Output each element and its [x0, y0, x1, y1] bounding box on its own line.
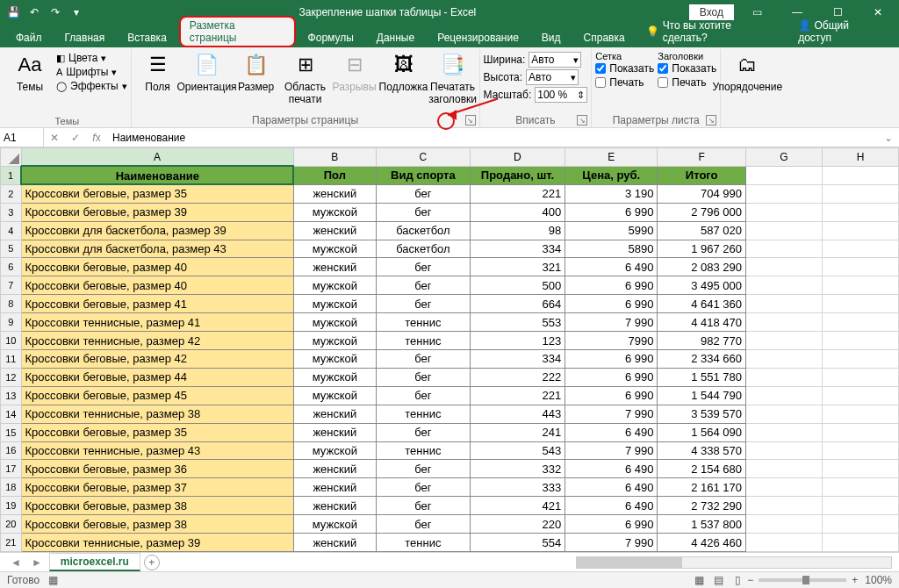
- cell-gender[interactable]: женский: [293, 184, 376, 203]
- cell-total[interactable]: 2 083 290: [658, 258, 746, 276]
- row-header-18[interactable]: 18: [1, 478, 22, 497]
- zoom-level[interactable]: 100%: [865, 574, 892, 586]
- cell-sport[interactable]: бег: [377, 203, 471, 221]
- orientation-button[interactable]: 📄Ориентация: [184, 51, 230, 93]
- row-header-21[interactable]: 21: [1, 534, 22, 552]
- cell-sport[interactable]: теннис: [377, 313, 471, 332]
- margins-button[interactable]: ☰Поля: [135, 51, 181, 93]
- cell-sport[interactable]: бег: [377, 386, 471, 405]
- cell-sold[interactable]: 241: [470, 423, 565, 441]
- cell-price[interactable]: 7 990: [565, 313, 658, 332]
- cell-sold[interactable]: 221: [470, 386, 565, 405]
- cell-sport[interactable]: теннис: [377, 405, 471, 423]
- print-area-button[interactable]: ⊞Область печати: [283, 51, 328, 105]
- cell-gender[interactable]: женский: [293, 405, 376, 423]
- cell-sold[interactable]: 123: [470, 332, 565, 350]
- redo-icon[interactable]: ↷: [46, 3, 65, 22]
- row-header-6[interactable]: 6: [1, 258, 22, 276]
- sheet-nav-prev[interactable]: ◄: [7, 556, 25, 569]
- cell-sold[interactable]: 334: [470, 240, 565, 258]
- cell-name[interactable]: Кроссовки для баскетбола, размер 39: [21, 221, 293, 240]
- background-button[interactable]: 🖼Подложка: [381, 51, 427, 93]
- cell-name[interactable]: Кроссовки теннисные, размер 38: [21, 405, 293, 423]
- name-box[interactable]: [0, 128, 44, 147]
- cell-price[interactable]: 6 990: [565, 349, 658, 368]
- cell-name[interactable]: Кроссовки теннисные, размер 42: [21, 332, 293, 350]
- cell-gender[interactable]: женский: [293, 534, 376, 552]
- arrange-button[interactable]: 🗂Упорядочение: [724, 51, 770, 93]
- cell-name[interactable]: Кроссовки для баскетбола, размер 43: [21, 240, 293, 258]
- tab-insert[interactable]: Вставка: [117, 28, 177, 47]
- cell-sold[interactable]: 334: [470, 349, 565, 368]
- cell-sold[interactable]: 553: [470, 313, 565, 332]
- themes-button[interactable]: AaТемы: [7, 51, 53, 93]
- row-header-19[interactable]: 19: [1, 497, 22, 515]
- cell-name[interactable]: Кроссовки беговые, размер 37: [21, 478, 293, 497]
- width-dropdown[interactable]: Авто▾: [529, 52, 581, 68]
- zoom-in-button[interactable]: +: [852, 574, 858, 586]
- tab-page-layout[interactable]: Разметка страницы: [179, 16, 296, 47]
- save-icon[interactable]: 💾: [4, 3, 23, 22]
- cell-gender[interactable]: мужской: [293, 276, 376, 295]
- cell-price[interactable]: 5990: [565, 221, 658, 240]
- cell-name[interactable]: Кроссовки беговые, размер 42: [21, 349, 293, 368]
- cell-gender[interactable]: женский: [293, 497, 376, 515]
- cell-gender[interactable]: мужской: [293, 240, 376, 258]
- cell-price[interactable]: 6 490: [565, 497, 658, 515]
- cell-sport[interactable]: бег: [377, 368, 471, 386]
- cell-name[interactable]: Кроссовки теннисные, размер 39: [21, 534, 293, 552]
- headings-print-checkbox[interactable]: Печать: [658, 75, 716, 90]
- col-header-C[interactable]: C: [377, 148, 471, 167]
- tab-view[interactable]: Вид: [531, 28, 572, 47]
- row-header-13[interactable]: 13: [1, 386, 22, 405]
- scale-spinner[interactable]: 100 %⇕: [535, 87, 587, 103]
- cell-total[interactable]: 2 334 660: [658, 349, 746, 368]
- cell-header[interactable]: Вид спорта: [377, 166, 471, 184]
- gridlines-view-checkbox[interactable]: Показать: [595, 61, 654, 75]
- col-header-H[interactable]: H: [823, 148, 899, 167]
- zoom-slider[interactable]: [759, 578, 846, 582]
- tab-help[interactable]: Справка: [573, 28, 636, 47]
- cell-total[interactable]: 587 020: [658, 221, 746, 240]
- cell-price[interactable]: 6 490: [565, 478, 658, 497]
- cell-gender[interactable]: мужской: [293, 349, 376, 368]
- cell-sport[interactable]: бег: [377, 276, 471, 295]
- view-layout-icon[interactable]: ▤: [708, 574, 728, 586]
- cell-sold[interactable]: 443: [470, 405, 565, 423]
- cell-gender[interactable]: мужской: [293, 203, 376, 221]
- row-header-5[interactable]: 5: [1, 240, 22, 258]
- sheet-nav-next[interactable]: ►: [28, 556, 46, 569]
- cell-sport[interactable]: бег: [377, 460, 471, 478]
- cell-sport[interactable]: бег: [377, 184, 471, 203]
- cell-price[interactable]: 6 990: [565, 276, 658, 295]
- cell-name[interactable]: Кроссовки теннисные, размер 41: [21, 313, 293, 332]
- cell-total[interactable]: 1 564 090: [658, 423, 746, 441]
- cell-name[interactable]: Кроссовки беговые, размер 38: [21, 515, 293, 534]
- horizontal-scrollbar[interactable]: [576, 556, 892, 569]
- cell-header[interactable]: Пол: [293, 166, 376, 184]
- cell-total[interactable]: 2 796 000: [658, 203, 746, 221]
- cell-sport[interactable]: баскетбол: [377, 240, 471, 258]
- cell-total[interactable]: 2 732 290: [658, 497, 746, 515]
- size-button[interactable]: 📋Размер: [234, 51, 279, 93]
- tab-file[interactable]: Файл: [5, 28, 53, 47]
- cell-name[interactable]: Кроссовки беговые, размер 38: [21, 497, 293, 515]
- scale-launcher[interactable]: ↘: [577, 115, 587, 125]
- row-header-9[interactable]: 9: [1, 313, 22, 332]
- cell-sport[interactable]: бег: [377, 497, 471, 515]
- cell-sport[interactable]: бег: [377, 258, 471, 276]
- cell-price[interactable]: 7990: [565, 332, 658, 350]
- cell-total[interactable]: 4 426 460: [658, 534, 746, 552]
- col-header-E[interactable]: E: [565, 148, 658, 167]
- fonts-button[interactable]: A Шрифты ▾: [56, 65, 127, 79]
- qat-customize-icon[interactable]: ▾: [67, 3, 86, 22]
- height-dropdown[interactable]: Авто▾: [526, 69, 579, 85]
- cell-price[interactable]: 6 990: [565, 386, 658, 405]
- print-titles-button[interactable]: 📑Печатать заголовки: [430, 51, 476, 105]
- row-header-4[interactable]: 4: [1, 221, 22, 240]
- row-header-15[interactable]: 15: [1, 423, 22, 441]
- tab-home[interactable]: Главная: [54, 28, 116, 47]
- row-header-3[interactable]: 3: [1, 203, 22, 221]
- cell-gender[interactable]: мужской: [293, 368, 376, 386]
- cell-header[interactable]: Цена, руб.: [565, 166, 658, 184]
